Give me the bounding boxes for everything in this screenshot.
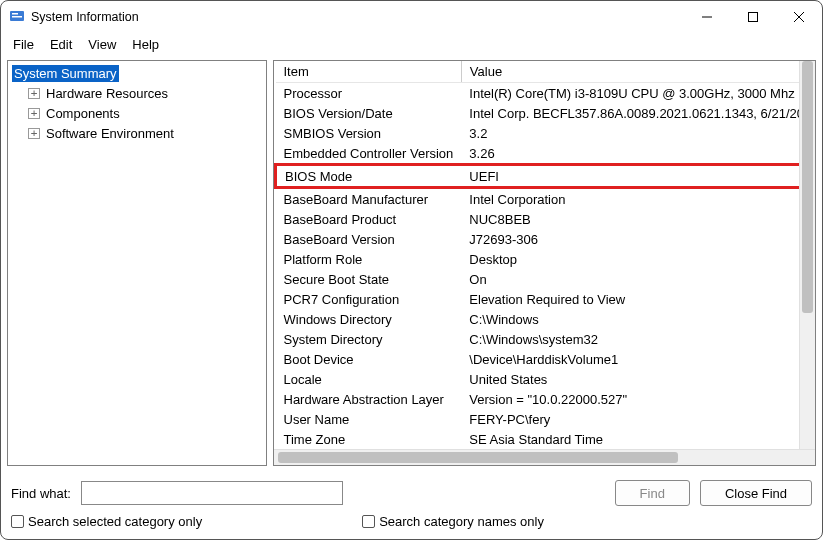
- table-row[interactable]: BaseBoard VersionJ72693-306: [276, 229, 800, 249]
- cell-item: PCR7 Configuration: [276, 289, 462, 309]
- cell-item: BaseBoard Manufacturer: [276, 188, 462, 210]
- table-row[interactable]: BaseBoard ManufacturerIntel Corporation: [276, 188, 800, 210]
- cell-value: Version = "10.0.22000.527": [461, 389, 799, 409]
- table-row[interactable]: Platform RoleDesktop: [276, 249, 800, 269]
- svg-rect-4: [749, 13, 758, 22]
- tree-label: Components: [44, 105, 122, 122]
- table-row[interactable]: BaseBoard ProductNUC8BEB: [276, 209, 800, 229]
- expand-icon[interactable]: +: [28, 128, 40, 139]
- cell-item: Embedded Controller Version: [276, 143, 462, 165]
- cell-item: Processor: [276, 83, 462, 104]
- table-row[interactable]: System DirectoryC:\Windows\system32: [276, 329, 800, 349]
- tree-label: System Summary: [12, 65, 119, 82]
- app-icon: [9, 9, 25, 25]
- svg-rect-1: [12, 13, 18, 15]
- menubar: File Edit View Help: [1, 33, 822, 60]
- checkbox-icon: [362, 515, 375, 528]
- checkbox-label: Search category names only: [379, 514, 544, 529]
- cell-value: 3.26: [461, 143, 799, 165]
- table-row[interactable]: SMBIOS Version3.2: [276, 123, 800, 143]
- close-find-button[interactable]: Close Find: [700, 480, 812, 506]
- tree-item[interactable]: +Software Environment: [12, 123, 262, 143]
- cell-value: Intel Corp. BECFL357.86A.0089.2021.0621.…: [461, 103, 799, 123]
- tree-pane: System Summary +Hardware Resources+Compo…: [7, 60, 267, 466]
- scroll-thumb[interactable]: [802, 61, 813, 313]
- menu-view[interactable]: View: [82, 35, 122, 54]
- info-pane: Item Value ProcessorIntel(R) Core(TM) i3…: [273, 60, 816, 466]
- menu-help[interactable]: Help: [126, 35, 165, 54]
- expand-icon[interactable]: +: [28, 108, 40, 119]
- table-row[interactable]: Windows DirectoryC:\Windows: [276, 309, 800, 329]
- cell-value: SE Asia Standard Time: [461, 429, 799, 449]
- cell-value: FERY-PC\fery: [461, 409, 799, 429]
- menu-file[interactable]: File: [7, 35, 40, 54]
- window-title: System Information: [31, 10, 139, 24]
- checkbox-icon: [11, 515, 24, 528]
- tree-label: Software Environment: [44, 125, 176, 142]
- cell-value: Intel Corporation: [461, 188, 799, 210]
- checkbox-label: Search selected category only: [28, 514, 202, 529]
- table-row[interactable]: PCR7 ConfigurationElevation Required to …: [276, 289, 800, 309]
- tree-label: Hardware Resources: [44, 85, 170, 102]
- tree-item[interactable]: +Hardware Resources: [12, 83, 262, 103]
- table-row[interactable]: ProcessorIntel(R) Core(TM) i3-8109U CPU …: [276, 83, 800, 104]
- table-row[interactable]: Time ZoneSE Asia Standard Time: [276, 429, 800, 449]
- cell-value: J72693-306: [461, 229, 799, 249]
- cell-value: UEFI: [461, 165, 799, 188]
- cell-item: SMBIOS Version: [276, 123, 462, 143]
- titlebar: System Information: [1, 1, 822, 33]
- cell-value: NUC8BEB: [461, 209, 799, 229]
- horizontal-scrollbar[interactable]: [274, 449, 815, 465]
- cell-item: Secure Boot State: [276, 269, 462, 289]
- table-row[interactable]: User NameFERY-PC\fery: [276, 409, 800, 429]
- close-button[interactable]: [776, 1, 822, 33]
- cell-value: Intel(R) Core(TM) i3-8109U CPU @ 3.00GHz…: [461, 83, 799, 104]
- table-row[interactable]: Embedded Controller Version3.26: [276, 143, 800, 165]
- cell-item: Locale: [276, 369, 462, 389]
- menu-edit[interactable]: Edit: [44, 35, 78, 54]
- system-information-window: System Information File Edit View Help S…: [0, 0, 823, 540]
- cell-item: System Directory: [276, 329, 462, 349]
- bottom-bar: Find what: Find Close Find Search select…: [1, 472, 822, 539]
- svg-rect-2: [12, 16, 22, 18]
- find-input[interactable]: [81, 481, 343, 505]
- cell-value: C:\Windows\system32: [461, 329, 799, 349]
- column-header-value[interactable]: Value: [461, 61, 799, 83]
- cell-value: United States: [461, 369, 799, 389]
- cell-item: Hardware Abstraction Layer: [276, 389, 462, 409]
- checkbox-search-names[interactable]: Search category names only: [362, 514, 544, 529]
- tree-item[interactable]: +Components: [12, 103, 262, 123]
- info-table: Item Value ProcessorIntel(R) Core(TM) i3…: [274, 61, 799, 449]
- cell-item: BIOS Version/Date: [276, 103, 462, 123]
- cell-value: \Device\HarddiskVolume1: [461, 349, 799, 369]
- find-button[interactable]: Find: [615, 480, 690, 506]
- column-header-item[interactable]: Item: [276, 61, 462, 83]
- cell-item: User Name: [276, 409, 462, 429]
- checkbox-search-selected[interactable]: Search selected category only: [11, 514, 202, 529]
- cell-value: Desktop: [461, 249, 799, 269]
- cell-value: 3.2: [461, 123, 799, 143]
- vertical-scrollbar[interactable]: [799, 61, 815, 449]
- table-row[interactable]: BIOS Version/DateIntel Corp. BECFL357.86…: [276, 103, 800, 123]
- table-row[interactable]: Boot Device\Device\HarddiskVolume1: [276, 349, 800, 369]
- cell-item: Windows Directory: [276, 309, 462, 329]
- cell-value: C:\Windows: [461, 309, 799, 329]
- cell-value: Elevation Required to View: [461, 289, 799, 309]
- cell-value: On: [461, 269, 799, 289]
- cell-item: Boot Device: [276, 349, 462, 369]
- table-row[interactable]: Secure Boot StateOn: [276, 269, 800, 289]
- expand-icon[interactable]: +: [28, 88, 40, 99]
- table-row[interactable]: LocaleUnited States: [276, 369, 800, 389]
- hscroll-thumb[interactable]: [278, 452, 678, 463]
- cell-item: BIOS Mode: [276, 165, 462, 188]
- content-area: System Summary +Hardware Resources+Compo…: [1, 60, 822, 472]
- cell-item: Platform Role: [276, 249, 462, 269]
- cell-item: BaseBoard Product: [276, 209, 462, 229]
- table-row[interactable]: BIOS ModeUEFI: [276, 165, 800, 188]
- cell-item: Time Zone: [276, 429, 462, 449]
- minimize-button[interactable]: [684, 1, 730, 33]
- tree-item-system-summary[interactable]: System Summary: [12, 63, 262, 83]
- maximize-button[interactable]: [730, 1, 776, 33]
- find-label: Find what:: [11, 486, 71, 501]
- table-row[interactable]: Hardware Abstraction LayerVersion = "10.…: [276, 389, 800, 409]
